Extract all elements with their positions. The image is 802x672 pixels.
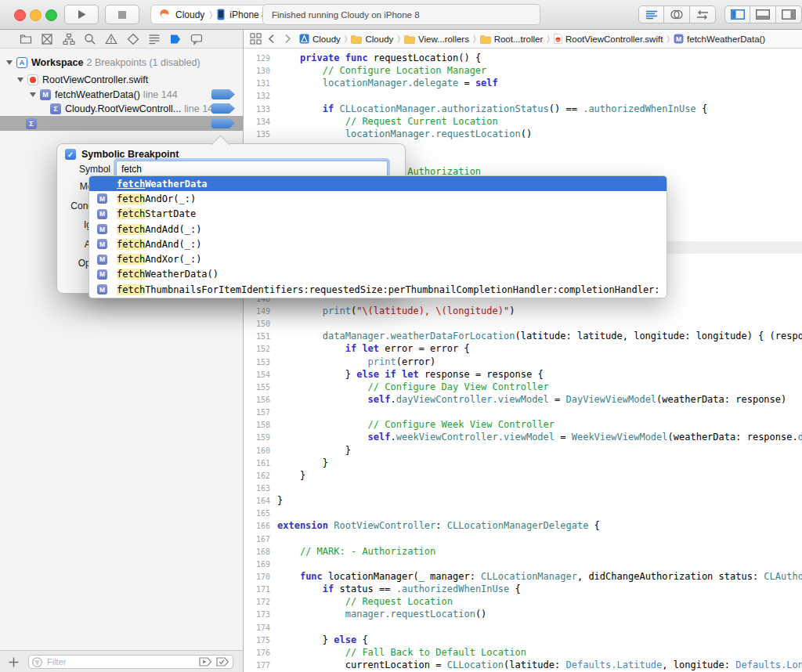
code-line-156[interactable]: 156 self.dayViewController.viewModel = D…	[247, 393, 786, 406]
line-number[interactable]: 159	[247, 432, 270, 444]
line-number[interactable]: 171	[247, 583, 270, 596]
code-line-150[interactable]: 150	[247, 317, 277, 331]
autocomplete-suggestion[interactable]: MfetchAndOr(_:)	[89, 191, 667, 206]
breakpoint-row[interactable]: AWorkspace2 Breakpoints (1 disabled)	[0, 55, 243, 70]
line-number[interactable]: 155	[247, 381, 270, 394]
line-number[interactable]: 152	[247, 343, 270, 356]
code-line-133[interactable]: 133 if CLLocationManager.authorizationSt…	[247, 103, 707, 116]
code-line-177[interactable]: 177 currentLocation = CLLocation(latitud…	[247, 659, 802, 672]
code-line-154[interactable]: 154 } else if let response = response {	[247, 368, 544, 381]
code-line-172[interactable]: 172 // Request Location	[247, 595, 453, 609]
autocomplete-suggestion[interactable]: MfetchWeatherData()	[89, 267, 667, 282]
code-line-129[interactable]: 129 private func requestLocation() {	[247, 52, 481, 65]
navigator-tab-symbols[interactable]	[62, 32, 76, 46]
line-number[interactable]: 166	[247, 520, 270, 533]
line-number[interactable]: 149	[247, 305, 270, 318]
navigator-tab-issues[interactable]	[104, 32, 118, 46]
code-line-132[interactable]: 132	[247, 89, 277, 103]
navigator-tab-tests[interactable]	[126, 32, 140, 46]
code-line-151[interactable]: 151 dataManager.weatherDataForLocation(l…	[247, 330, 802, 343]
line-number[interactable]: 153	[247, 356, 270, 369]
line-number[interactable]: 150	[247, 318, 270, 331]
breakpoint-badge[interactable]	[211, 118, 235, 128]
line-number[interactable]: 173	[247, 609, 270, 621]
show-active-breakpoints-icon[interactable]	[199, 657, 212, 667]
code-line-176[interactable]: 176 // Fall Back to Default Location	[247, 646, 526, 659]
version-editor-button[interactable]	[690, 5, 716, 23]
show-enabled-breakpoints-icon[interactable]	[216, 657, 229, 667]
disclosure-triangle-icon[interactable]	[17, 78, 23, 82]
code-line-157[interactable]: 157	[247, 406, 277, 419]
line-number[interactable]: 169	[247, 558, 270, 571]
line-number[interactable]: 175	[247, 634, 270, 647]
line-number[interactable]: 177	[247, 659, 270, 672]
line-number[interactable]: 133	[247, 103, 270, 116]
breadcrumb-item[interactable]: Cloudy	[351, 34, 393, 44]
line-number[interactable]: 156	[247, 394, 270, 406]
close-window-button[interactable]	[14, 9, 26, 21]
breakpoint-row-selected[interactable]: Σ	[0, 116, 243, 131]
code-line-167[interactable]: 167	[247, 533, 277, 546]
disclosure-triangle-icon[interactable]	[6, 60, 13, 65]
assistant-editor-button[interactable]	[664, 5, 690, 23]
navigator-tab-breakpoints-active[interactable]	[168, 32, 182, 46]
code-line-164[interactable]: 164}	[247, 494, 283, 508]
sidebar-divider[interactable]	[243, 30, 244, 672]
code-line-166[interactable]: 166extension RootViewController: CLLocat…	[247, 519, 600, 533]
code-line-159[interactable]: 159 self.weekViewController.viewModel = …	[247, 431, 802, 444]
autocomplete-suggestion[interactable]: MfetchAndAnd(_:)	[89, 237, 667, 251]
code-line-153[interactable]: 153 print(error)	[247, 356, 435, 369]
code-line-169[interactable]: 169	[247, 558, 277, 571]
toggle-debug-area-button[interactable]	[750, 5, 776, 23]
code-line-134[interactable]: 134 // Request Current Location	[247, 115, 498, 128]
scheme-selector[interactable]: Cloudy 〉 iPhone 8	[150, 5, 276, 24]
code-line-162[interactable]: 162 }	[247, 469, 305, 482]
breakpoint-badge[interactable]	[211, 89, 235, 99]
breadcrumb-item[interactable]: MfetchWeatherData()	[674, 34, 765, 44]
breadcrumb-item[interactable]: RootViewController.swift	[554, 34, 663, 44]
code-line-152[interactable]: 152 if let error = error {	[247, 342, 470, 356]
toggle-utilities-panel-button[interactable]	[776, 5, 802, 23]
code-line-149[interactable]: 149 print("\(latitude), \(longitude)")	[247, 305, 515, 318]
code-line-131[interactable]: 131 locationManager.delegate = self	[247, 77, 498, 90]
add-breakpoint-button[interactable]	[9, 657, 19, 667]
autocomplete-suggestion[interactable]: MfetchAndAdd(_:)	[89, 222, 667, 237]
line-number[interactable]: 158	[247, 419, 270, 432]
related-items-icon[interactable]	[250, 33, 262, 45]
line-number[interactable]: 167	[247, 533, 270, 546]
code-line-161[interactable]: 161 }	[247, 457, 328, 470]
stop-button[interactable]	[105, 5, 139, 24]
code-line-163[interactable]: 163	[247, 482, 277, 495]
breadcrumb-item[interactable]: View...rollers	[404, 34, 469, 44]
filter-field[interactable]	[28, 655, 233, 669]
symbol-input[interactable]	[116, 161, 388, 177]
code-line-130[interactable]: 130 // Configure Location Manager	[247, 64, 486, 78]
minimize-window-button[interactable]	[30, 9, 42, 21]
zoom-window-button[interactable]	[45, 9, 57, 21]
breadcrumb-item[interactable]: Root...troller	[480, 34, 544, 44]
filter-input[interactable]	[45, 656, 199, 667]
code-line-173[interactable]: 173 manager.requestLocation()	[247, 608, 486, 621]
line-number[interactable]: 165	[247, 508, 270, 520]
autocomplete-suggestion[interactable]: MfetchThumbnailsForItemIdentifiers:reque…	[89, 282, 667, 297]
line-number[interactable]: 162	[247, 470, 270, 482]
line-number[interactable]: 170	[247, 571, 270, 583]
line-number[interactable]: 131	[247, 78, 270, 90]
line-number[interactable]: 164	[247, 495, 270, 508]
line-number[interactable]: 161	[247, 457, 270, 470]
line-number[interactable]: 130	[247, 65, 270, 78]
breakpoint-badge[interactable]	[211, 103, 235, 114]
line-number[interactable]: 151	[247, 331, 270, 343]
navigator-tab-reports[interactable]	[190, 32, 204, 46]
navigator-tab-source-control[interactable]	[40, 32, 54, 46]
line-number[interactable]: 172	[247, 596, 270, 609]
line-number[interactable]: 174	[247, 622, 270, 634]
code-line-165[interactable]: 165	[247, 507, 277, 520]
disclosure-triangle-icon[interactable]	[30, 92, 36, 97]
line-number[interactable]: 160	[247, 445, 270, 457]
code-line-155[interactable]: 155 // Configure Day View Controller	[247, 381, 549, 394]
source-editor[interactable]: 129 private func requestLocation() {130 …	[244, 49, 802, 672]
code-line-174[interactable]: 174	[247, 621, 277, 634]
line-number[interactable]: 154	[247, 369, 270, 381]
navigator-tab-debug[interactable]	[147, 32, 161, 46]
